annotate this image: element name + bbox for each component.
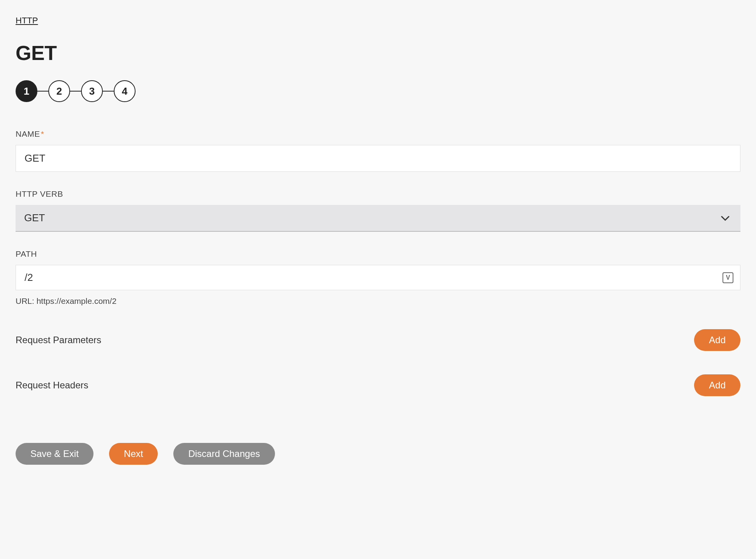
stepper: 1 2 3 4 xyxy=(16,80,740,102)
field-path: PATH V URL: https://example.com/2 xyxy=(16,249,740,306)
breadcrumb-http[interactable]: HTTP xyxy=(16,16,38,26)
field-name: NAME* xyxy=(16,129,740,172)
page-title: GET xyxy=(16,41,740,65)
path-input-wrap: V xyxy=(16,265,740,290)
step-1[interactable]: 1 xyxy=(16,80,37,102)
path-helper-text: URL: https://example.com/2 xyxy=(16,296,740,306)
http-verb-select-wrap: GET xyxy=(16,205,740,232)
http-verb-label: HTTP VERB xyxy=(16,189,740,199)
field-http-verb: HTTP VERB GET xyxy=(16,189,740,232)
step-connector xyxy=(37,91,48,92)
required-indicator: * xyxy=(41,129,44,138)
step-connector xyxy=(103,91,114,92)
name-label-text: NAME xyxy=(16,129,40,138)
discard-changes-button[interactable]: Discard Changes xyxy=(173,443,275,465)
step-connector xyxy=(70,91,81,92)
footer-buttons: Save & Exit Next Discard Changes xyxy=(16,443,740,465)
request-headers-label: Request Headers xyxy=(16,380,88,391)
variable-icon[interactable]: V xyxy=(723,272,733,283)
name-input[interactable] xyxy=(16,145,740,172)
save-exit-button[interactable]: Save & Exit xyxy=(16,443,93,465)
step-4[interactable]: 4 xyxy=(114,80,136,102)
add-parameter-button[interactable]: Add xyxy=(694,329,740,351)
next-button[interactable]: Next xyxy=(109,443,158,465)
request-parameters-label: Request Parameters xyxy=(16,335,101,346)
step-3[interactable]: 3 xyxy=(81,80,103,102)
add-header-button[interactable]: Add xyxy=(694,374,740,396)
request-headers-section: Request Headers Add xyxy=(16,374,740,396)
path-input[interactable] xyxy=(16,265,740,290)
name-label: NAME* xyxy=(16,129,740,139)
step-2[interactable]: 2 xyxy=(48,80,70,102)
http-verb-select[interactable]: GET xyxy=(16,205,740,232)
path-label: PATH xyxy=(16,249,740,259)
request-parameters-section: Request Parameters Add xyxy=(16,329,740,351)
